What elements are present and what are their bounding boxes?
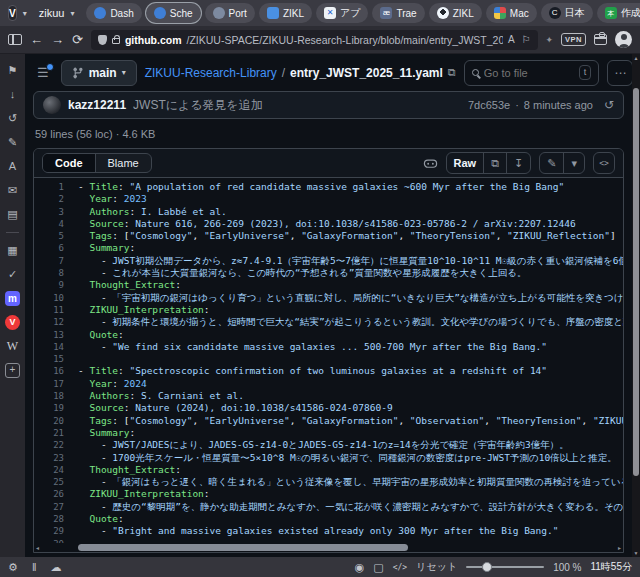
line-number[interactable]: 19	[34, 402, 78, 414]
browser-tab[interactable]: Mac	[486, 3, 537, 23]
line-number[interactable]: 23	[34, 452, 78, 464]
browser-tab[interactable]: C日本	[541, 3, 593, 23]
line-number[interactable]: 15	[34, 353, 78, 365]
settings-gear-icon[interactable]: ⚙	[8, 561, 18, 574]
copy-raw-icon[interactable]: ⧉	[483, 153, 506, 173]
line-number[interactable]: 18	[34, 390, 78, 402]
vpn-badge[interactable]: VPN	[561, 33, 586, 46]
line-number[interactable]: 24	[34, 464, 78, 476]
line-number[interactable]: 28	[34, 513, 78, 525]
reading-list-icon[interactable]: ▤	[5, 207, 20, 222]
history-icon[interactable]: ↺	[604, 98, 614, 112]
line-number[interactable]: 2	[34, 193, 78, 205]
profile-avatar[interactable]	[615, 31, 632, 48]
line-number[interactable]: 7	[34, 255, 78, 267]
browser-tab[interactable]: Dash	[86, 3, 141, 23]
commit-sha[interactable]: 7dc653e	[468, 99, 510, 111]
line-number[interactable]: 10	[34, 292, 78, 304]
download-icon[interactable]: ↓	[5, 87, 20, 102]
browser-tab[interactable]: æTrae	[372, 3, 424, 23]
raw-button[interactable]: Raw	[447, 153, 484, 173]
workspace-selector[interactable]: zikuu	[39, 7, 65, 19]
go-to-file-input[interactable]	[484, 67, 574, 79]
horizontal-scrollbar[interactable]: ◂ ▸	[34, 543, 623, 552]
tiling-icon[interactable]: ▢	[373, 561, 383, 574]
breadcrumb-repo-link[interactable]: ZIKUU-Research-Library	[145, 66, 277, 80]
browser-tab[interactable]: ✕アプ	[316, 3, 368, 23]
branch-button[interactable]: main ▾	[61, 60, 137, 86]
panel-toggle-icon[interactable]	[8, 34, 22, 45]
back-button[interactable]: ←	[30, 32, 43, 47]
line-number[interactable]: 17	[34, 378, 78, 390]
line-number[interactable]: 5	[34, 230, 78, 242]
translate-icon[interactable]: A	[508, 34, 515, 45]
go-to-file-search[interactable]: t	[464, 60, 600, 86]
line-number[interactable]: 29	[34, 525, 78, 537]
add-panel-icon[interactable]: +	[5, 363, 20, 378]
line-number[interactable]: 4	[34, 218, 78, 230]
extension-icon[interactable]: ✦	[546, 35, 554, 45]
bookmark-flag-icon[interactable]: ⚐	[522, 34, 531, 45]
tab-code[interactable]: Code	[43, 154, 96, 172]
file-tree-toggle-icon[interactable]: ☰	[33, 63, 53, 82]
line-number[interactable]: 14	[34, 341, 78, 353]
address-bar[interactable]: github.com /ZIKUU-SPACE/ZIKUU-Research-L…	[91, 30, 538, 50]
line-number[interactable]: 3	[34, 206, 78, 218]
tracker-shield-icon[interactable]	[98, 35, 107, 45]
copy-path-icon[interactable]: ⧉	[448, 66, 456, 79]
line-number[interactable]: 21	[34, 427, 78, 439]
line-number[interactable]: 1	[34, 181, 78, 193]
calendar-icon[interactable]: ▦	[5, 243, 20, 258]
browser-tab[interactable]: ZIKL	[259, 3, 312, 23]
reload-button[interactable]: ⟳	[72, 32, 83, 47]
line-number[interactable]: 26	[34, 488, 78, 500]
commit-message[interactable]: JWSTによる発見を追加	[133, 97, 263, 114]
sync-cloud-icon[interactable]: ☁	[50, 561, 61, 574]
line-number[interactable]: 11	[34, 304, 78, 316]
zoom-reset-button[interactable]: リセット	[416, 560, 457, 574]
horizontal-scrollbar-thumb[interactable]	[78, 544, 408, 551]
browser-tab[interactable]: Sche	[146, 3, 201, 23]
commit-author-avatar[interactable]	[43, 96, 61, 114]
scroll-right-icon[interactable]: ▸	[618, 544, 621, 551]
browser-tab[interactable]: Port	[205, 3, 255, 23]
commit-author[interactable]: kazz12211	[68, 98, 126, 112]
notes-icon[interactable]: ✎	[5, 135, 20, 150]
break-mode-icon[interactable]: ‖	[32, 561, 37, 573]
symbols-panel-button[interactable]: <>	[593, 152, 615, 174]
mastodon-icon[interactable]: m	[5, 291, 20, 306]
vertical-scrollbar[interactable]	[632, 54, 640, 557]
translate-icon[interactable]: A	[5, 159, 20, 174]
line-number[interactable]: 9	[34, 279, 78, 291]
line-number[interactable]: 27	[34, 501, 78, 513]
line-number[interactable]: 20	[34, 415, 78, 427]
edit-pencil-icon[interactable]: ✎	[540, 153, 563, 173]
copilot-icon[interactable]	[423, 156, 438, 171]
page-actions-icon[interactable]: </>	[393, 563, 407, 572]
line-number[interactable]: 13	[34, 329, 78, 341]
line-number[interactable]: 25	[34, 476, 78, 488]
line-number[interactable]: 22	[34, 439, 78, 451]
vivaldi-icon[interactable]: V	[5, 315, 20, 330]
tab-blame[interactable]: Blame	[96, 154, 151, 172]
tasks-icon[interactable]: ✓	[5, 267, 20, 282]
line-number[interactable]: 12	[34, 316, 78, 328]
wikipedia-icon[interactable]: W	[5, 339, 20, 354]
history-icon[interactable]: ↺	[5, 111, 20, 126]
scroll-left-icon[interactable]: ◂	[36, 544, 39, 551]
line-number[interactable]: 6	[34, 242, 78, 254]
more-options-button[interactable]: ⋯	[607, 60, 633, 86]
latest-commit-bar[interactable]: kazz12211 JWSTによる発見を追加 7dc653e · 8 minut…	[33, 91, 624, 119]
vivaldi-menu-button[interactable]: V	[8, 5, 17, 21]
line-number[interactable]: 8	[34, 267, 78, 279]
browser-tab[interactable]: 本作成	[597, 3, 640, 23]
zoom-slider-knob[interactable]	[482, 562, 492, 572]
edit-caret-icon[interactable]: ▾	[563, 153, 584, 173]
bookmark-icon[interactable]: ⚑	[5, 63, 20, 78]
forward-button[interactable]: →	[51, 32, 64, 47]
browser-tab[interactable]: ZIKL	[429, 3, 482, 23]
gift-icon[interactable]	[594, 34, 607, 45]
zoom-slider[interactable]	[466, 566, 544, 568]
capture-icon[interactable]: ◉	[355, 561, 365, 574]
vertical-scrollbar-thumb[interactable]	[633, 88, 639, 476]
